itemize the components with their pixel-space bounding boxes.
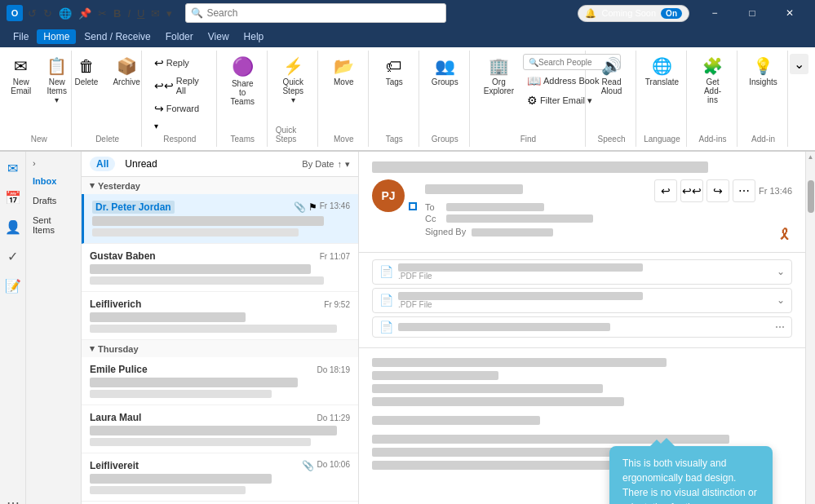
- sidebar-icon-tasks[interactable]: ✓: [3, 246, 23, 266]
- email-item-3[interactable]: Leifliverich Fr 9:52: [82, 292, 358, 340]
- insights-icon: 💡: [753, 56, 773, 76]
- email-5-sender: Laura Maul: [90, 412, 141, 423]
- ribbon-group-quick-steps: ⚡ QuickSteps ▾ Quick Steps: [269, 51, 318, 147]
- dropdown1-btn[interactable]: ▾: [165, 6, 174, 21]
- attachment-1[interactable]: 📄 .PDF File ⌄: [372, 259, 792, 285]
- email-sort[interactable]: By Date ↑ ▾: [302, 159, 350, 170]
- folder-inbox[interactable]: Inbox: [26, 171, 81, 191]
- main-layout: ✉ 📅 👤 ✓ 📝 ⋯ › Inbox Drafts Sent Items Al…: [0, 152, 815, 504]
- folder-drafts[interactable]: Drafts: [26, 191, 81, 210]
- redo-btn[interactable]: ↻: [42, 6, 54, 21]
- attachment-3[interactable]: 📄 ⋯: [372, 316, 792, 338]
- email-list-panel: All Unread By Date ↑ ▾ ▾ Yesterday Dr. P…: [82, 152, 359, 504]
- more-action-btn[interactable]: ⋯: [733, 179, 755, 202]
- quick-steps-group-label: Quick Steps: [276, 124, 311, 144]
- scrollbar-up-btn[interactable]: ▲: [808, 153, 814, 161]
- email-group-yesterday[interactable]: ▾ Yesterday: [82, 177, 358, 194]
- scrollbar-track[interactable]: [808, 164, 814, 504]
- minimize-btn[interactable]: −: [696, 0, 733, 26]
- group-chevron-thursday-icon: ▾: [90, 343, 95, 354]
- scrollbar-thumb[interactable]: [808, 180, 814, 213]
- email-item-6[interactable]: Leiflivereit 📎 Do 10:06: [82, 453, 358, 502]
- reply-all-action-btn[interactable]: ↩↩: [680, 179, 703, 202]
- share-to-teams-button[interactable]: 🟣 Share toTeams: [225, 54, 260, 108]
- tooltip-arrow-up: [650, 440, 663, 446]
- sidebar-icon-contacts[interactable]: 👤: [3, 217, 23, 237]
- filter-unread[interactable]: Unread: [118, 157, 163, 171]
- title-search[interactable]: 🔍: [185, 3, 446, 23]
- italic-btn[interactable]: I: [126, 6, 132, 21]
- org-explorer-button[interactable]: 🏢 OrgExplorer: [478, 54, 520, 98]
- email-item-5[interactable]: Laura Maul Do 11:29: [82, 405, 358, 453]
- menu-view[interactable]: View: [202, 29, 236, 44]
- sort-arrow-up: ↑: [338, 159, 343, 169]
- insights-button[interactable]: 💡 Insights: [743, 54, 782, 89]
- sidebar-icon-notes[interactable]: 📝: [3, 276, 23, 295]
- tags-button[interactable]: 🏷 Tags: [378, 54, 410, 89]
- email-item-4[interactable]: Emile Pulice Do 18:19: [82, 357, 358, 405]
- menu-folder[interactable]: Folder: [159, 29, 200, 44]
- read-aloud-icon: 🔊: [601, 56, 622, 76]
- signed-by-row: Signed By 🎗: [425, 227, 792, 237]
- menu-send-receive[interactable]: Send / Receive: [78, 29, 157, 44]
- forward-button[interactable]: ↪ Forward: [150, 99, 210, 117]
- forward-action-btn[interactable]: ↪: [706, 179, 729, 202]
- sidebar-icon-mail[interactable]: ✉: [3, 158, 23, 178]
- folder-panel: › Inbox Drafts Sent Items: [26, 152, 82, 504]
- email-item-2[interactable]: Gustav Baben Fr 11:07: [82, 244, 358, 292]
- read-aloud-button[interactable]: 🔊 ReadAloud: [596, 54, 628, 98]
- menu-home[interactable]: Home: [37, 29, 76, 44]
- email-1-preview: [92, 228, 299, 237]
- quick-steps-button[interactable]: ⚡ QuickSteps ▾: [276, 54, 311, 107]
- toggle-on-badge[interactable]: On: [661, 8, 682, 19]
- search-input[interactable]: [206, 7, 435, 19]
- reply-label: Reply: [166, 58, 189, 68]
- underline-btn[interactable]: U: [135, 6, 146, 21]
- cut-btn[interactable]: ✂: [96, 6, 109, 21]
- coming-soon-toggle[interactable]: 🔔 Coming Soon On: [578, 5, 689, 22]
- reply-action-btn[interactable]: ↩: [654, 179, 677, 202]
- attachment-2-type: .PDF File: [398, 300, 643, 309]
- attachment-2[interactable]: 📄 .PDF File ⌄: [372, 288, 792, 313]
- menu-file[interactable]: File: [7, 29, 35, 44]
- ribbon-group-teams: 🟣 Share toTeams Teams: [219, 51, 268, 147]
- globe-btn[interactable]: 🌐: [57, 6, 73, 21]
- folder-sent-items[interactable]: Sent Items: [26, 210, 81, 240]
- reply-all-button[interactable]: ↩↩ Reply All: [150, 73, 210, 98]
- delete-button[interactable]: 🗑 Delete: [69, 54, 104, 89]
- filter-all[interactable]: All: [90, 157, 115, 171]
- email-group-thursday[interactable]: ▾ Thursday: [82, 340, 358, 357]
- sidebar-icon-calendar[interactable]: 📅: [3, 188, 23, 207]
- close-btn[interactable]: ✕: [771, 0, 808, 26]
- respond-more-button[interactable]: ▾: [150, 119, 210, 133]
- email-3-subject: [90, 312, 246, 322]
- maximize-btn[interactable]: □: [733, 0, 771, 26]
- archive-button[interactable]: 📦 Archive: [107, 54, 145, 89]
- pin-btn[interactable]: 📌: [77, 6, 93, 21]
- email-6-sender: Leiflivereit: [90, 460, 139, 471]
- archive-label: Archive: [113, 77, 140, 86]
- translate-button[interactable]: 🌐 Translate: [640, 54, 684, 89]
- to-row: To: [425, 202, 792, 212]
- get-add-ins-button[interactable]: 🧩 GetAdd-ins: [695, 54, 730, 107]
- undo-btn[interactable]: ↺: [26, 6, 38, 21]
- cc-row: Cc: [425, 214, 792, 223]
- attachment-2-expand[interactable]: ⌄: [777, 294, 785, 306]
- groups-button[interactable]: 👥 Groups: [426, 54, 464, 89]
- language-buttons: 🌐 Translate: [640, 54, 684, 133]
- group-label-thursday: Thursday: [98, 344, 139, 354]
- folder-expand-btn[interactable]: ›: [26, 155, 81, 171]
- mail-btn[interactable]: ✉: [149, 6, 162, 21]
- new-email-button[interactable]: ✉ NewEmail: [5, 54, 38, 98]
- reply-button[interactable]: ↩ Reply: [150, 54, 210, 72]
- bold-btn[interactable]: B: [112, 6, 122, 21]
- right-scrollbar[interactable]: ▲ ▼: [805, 152, 815, 504]
- new-group-label: New: [31, 133, 47, 144]
- ribbon-expand-btn[interactable]: ⌄: [790, 54, 808, 74]
- sidebar-icon-more[interactable]: ⋯: [3, 493, 23, 504]
- reading-meta: PJ ↩ ↩↩ ↪ ⋯ Fr 13:46: [372, 179, 792, 244]
- move-button[interactable]: 📂 Move: [327, 54, 360, 89]
- menu-help[interactable]: Help: [237, 29, 271, 44]
- attachment-1-expand[interactable]: ⌄: [777, 266, 785, 277]
- email-item-1[interactable]: Dr. Peter Jordan 📎 ⚑ Fr 13:46: [82, 194, 358, 244]
